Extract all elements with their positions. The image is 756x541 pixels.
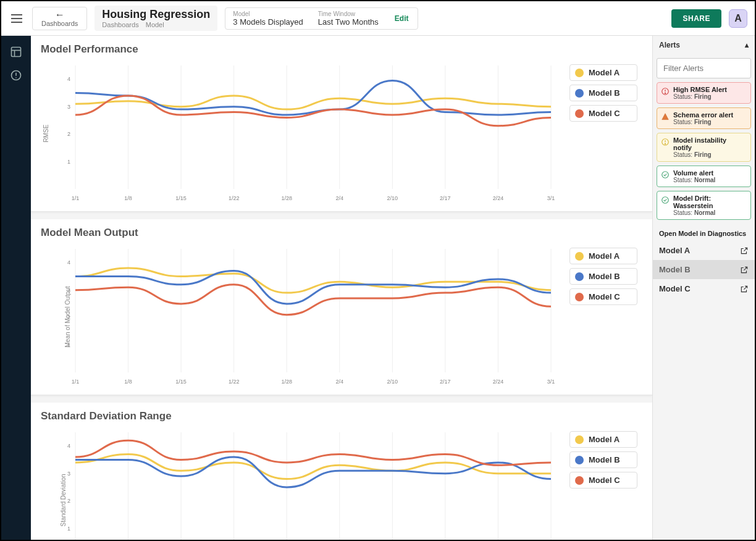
- svg-point-5: [15, 77, 17, 78]
- legend-item[interactable]: Model C: [569, 472, 637, 489]
- svg-text:3/1: 3/1: [547, 195, 555, 201]
- svg-text:2: 2: [67, 131, 70, 137]
- legend-label: Model A: [589, 251, 620, 261]
- legend-dot-icon: [575, 476, 584, 485]
- alert-card[interactable]: Model Drift: WassersteinStatus: Normal: [657, 191, 751, 220]
- open-external-icon: [740, 266, 749, 274]
- svg-text:2/4: 2/4: [336, 195, 344, 201]
- legend-dot-icon: [575, 252, 584, 261]
- legend-label: Model C: [589, 292, 620, 301]
- legend-label: Model C: [589, 476, 620, 485]
- svg-text:1/1: 1/1: [72, 379, 80, 385]
- legend-dot-icon: [575, 272, 584, 281]
- svg-text:4: 4: [67, 76, 70, 82]
- alert-title: Model Drift: Wasserstein: [673, 195, 747, 209]
- topbar: ← Dashboards Housing Regression Dashboar…: [1, 1, 755, 36]
- crumb-dashboards[interactable]: Dashboards: [102, 21, 138, 28]
- legend-item[interactable]: Model C: [569, 288, 637, 305]
- chart-plot[interactable]: RMSE12341/11/81/151/221/282/42/102/172/2…: [41, 59, 567, 208]
- legend-item[interactable]: Model A: [569, 64, 637, 81]
- back-button[interactable]: ← Dashboards: [32, 7, 87, 30]
- svg-text:1: 1: [67, 159, 70, 165]
- chart-title: Model Mean Output: [41, 227, 642, 239]
- dashboard-icon[interactable]: [10, 46, 22, 58]
- legend-dot-icon: [575, 89, 584, 98]
- diagnostics-header: Open Model in Diagnostics: [653, 224, 755, 241]
- alert-status: Status: Firing: [673, 119, 733, 125]
- svg-text:2/17: 2/17: [440, 379, 451, 385]
- chart-legend: Model AModel BModel C: [569, 248, 637, 391]
- page-title: Housing Regression: [102, 8, 210, 21]
- chevron-up-icon: ▴: [745, 41, 749, 49]
- svg-text:1/28: 1/28: [281, 195, 292, 201]
- svg-text:3/1: 3/1: [547, 379, 555, 385]
- svg-text:2/10: 2/10: [387, 379, 398, 385]
- menu-icon[interactable]: [9, 10, 25, 27]
- chart-title: Model Performance: [41, 43, 642, 56]
- chart-plot[interactable]: Mean of Model Output12341/11/81/151/221/…: [41, 243, 567, 391]
- alert-card[interactable]: High RMSE AlertStatus: Firing: [657, 82, 751, 104]
- svg-point-80: [665, 93, 665, 93]
- edit-button[interactable]: Edit: [386, 14, 418, 23]
- left-rail: [1, 36, 31, 541]
- legend-item[interactable]: Model A: [569, 248, 637, 264]
- alerts-title: Alerts: [659, 41, 680, 49]
- alert-card[interactable]: Model instability notifyStatus: Firing: [657, 133, 751, 162]
- alerts-filter-input[interactable]: [657, 58, 751, 78]
- diagnostics-item[interactable]: Model C: [653, 279, 755, 298]
- filter-model[interactable]: Model 3 Models Displayed: [225, 8, 310, 29]
- legend-item[interactable]: Model B: [569, 85, 637, 101]
- breadcrumb: Dashboards Model: [102, 21, 210, 28]
- svg-text:2/4: 2/4: [336, 379, 344, 385]
- back-label: Dashboards: [41, 20, 78, 27]
- legend-item[interactable]: Model C: [569, 105, 637, 122]
- svg-text:1/8: 1/8: [124, 379, 132, 385]
- svg-text:1: 1: [67, 526, 70, 532]
- svg-text:1/22: 1/22: [229, 379, 240, 385]
- filter-time-label: Time Window: [318, 10, 379, 17]
- main-content: Model PerformanceRMSE12341/11/81/151/221…: [31, 36, 652, 541]
- filter-model-value: 3 Models Displayed: [233, 17, 303, 27]
- alert-status: Status: Normal: [673, 177, 715, 183]
- chart-card: Model PerformanceRMSE12341/11/81/151/221…: [31, 36, 652, 212]
- filter-time-value: Last Two Months: [318, 17, 379, 27]
- diagnostics-item[interactable]: Model B: [653, 260, 755, 279]
- legend-item[interactable]: Model B: [569, 451, 637, 468]
- chart-plot[interactable]: Standard Deviation12341/11/81/151/221/28…: [41, 426, 567, 541]
- alert-status: Status: Normal: [673, 209, 747, 216]
- svg-text:1/8: 1/8: [124, 195, 132, 201]
- alert-card[interactable]: Volume alertStatus: Normal: [657, 166, 751, 187]
- legend-dot-icon: [575, 109, 584, 118]
- open-external-icon: [740, 246, 749, 255]
- legend-dot-icon: [575, 293, 584, 301]
- svg-rect-0: [12, 48, 21, 57]
- legend-label: Model A: [589, 435, 620, 444]
- svg-point-85: [662, 197, 669, 204]
- diagnostics-item-label: Model A: [659, 246, 690, 255]
- legend-item[interactable]: Model B: [569, 268, 637, 285]
- avatar[interactable]: A: [729, 9, 747, 28]
- filter-time[interactable]: Time Window Last Two Months: [311, 8, 386, 29]
- alert-circle-icon[interactable]: [10, 69, 22, 82]
- alert-card[interactable]: Schema error alertStatus: Firing: [657, 107, 751, 129]
- svg-point-83: [665, 143, 665, 144]
- share-button[interactable]: SHARE: [671, 9, 721, 28]
- yaxis-label: Mean of Model Output: [64, 287, 71, 348]
- legend-item[interactable]: Model A: [569, 431, 637, 448]
- svg-text:4: 4: [67, 259, 70, 266]
- svg-text:1/28: 1/28: [281, 379, 292, 385]
- svg-text:2/24: 2/24: [493, 379, 504, 385]
- chart-card: Standard Deviation RangeStandard Deviati…: [31, 403, 652, 541]
- diagnostics-item[interactable]: Model A: [653, 241, 755, 260]
- alerts-header[interactable]: Alerts ▴: [653, 36, 755, 54]
- legend-label: Model A: [589, 68, 620, 77]
- alert-status: Status: Firing: [673, 93, 727, 100]
- yaxis-label: RMSE: [43, 125, 49, 143]
- filter-card: Model 3 Models Displayed Time Window Las…: [225, 7, 418, 30]
- svg-text:1/15: 1/15: [175, 379, 187, 385]
- svg-text:3: 3: [67, 471, 70, 477]
- svg-text:2: 2: [67, 498, 70, 504]
- svg-text:1/22: 1/22: [229, 195, 240, 201]
- crumb-model[interactable]: Model: [146, 21, 164, 28]
- alert-title: Volume alert: [673, 169, 715, 177]
